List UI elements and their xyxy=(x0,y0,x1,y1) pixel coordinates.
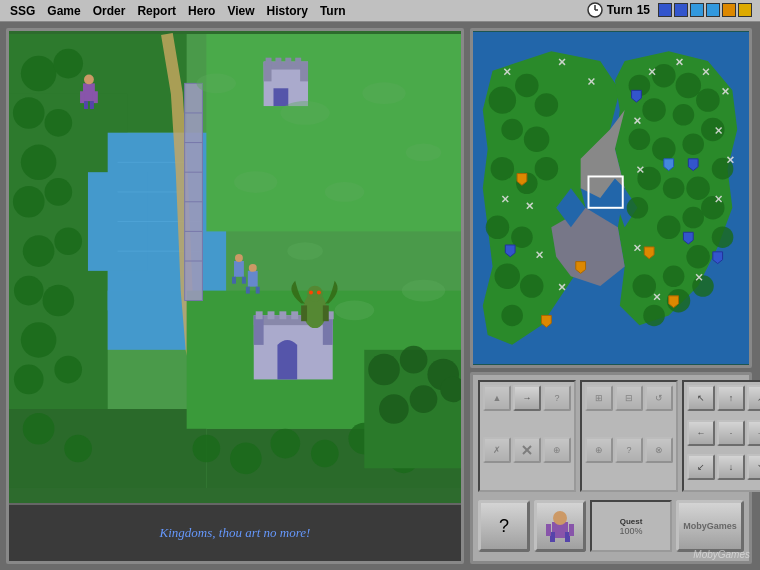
svg-rect-91 xyxy=(256,287,260,294)
dir-e[interactable]: → xyxy=(747,420,760,446)
svg-point-111 xyxy=(501,119,523,141)
svg-point-101 xyxy=(406,144,442,162)
action-buttons-group: ▲ → ? ✗ ⊕ xyxy=(478,380,576,492)
direction-pad: ↖ ↑ ↗ ← · → ↙ ↓ ↘ xyxy=(682,380,760,492)
svg-rect-82 xyxy=(84,101,88,109)
mini-map[interactable] xyxy=(470,28,752,368)
svg-rect-57 xyxy=(295,58,301,66)
svg-point-26 xyxy=(23,235,55,267)
svg-point-94 xyxy=(309,291,313,295)
svg-point-129 xyxy=(682,133,704,155)
svg-point-103 xyxy=(234,171,277,193)
turn-label: Turn xyxy=(607,3,633,17)
svg-point-47 xyxy=(410,385,438,413)
svg-point-37 xyxy=(271,429,301,459)
svg-rect-66 xyxy=(291,311,298,319)
dir-sw[interactable]: ↙ xyxy=(687,454,715,480)
svg-point-30 xyxy=(21,322,57,358)
svg-rect-17 xyxy=(206,34,461,231)
svg-rect-83 xyxy=(90,101,94,109)
move-btn-4[interactable]: ⊕ xyxy=(585,437,613,463)
move-group: ⊞ ⊟ ↺ ⊕ ? ⊗ xyxy=(580,380,678,492)
move-btn-6[interactable]: ⊗ xyxy=(645,437,673,463)
menu-turn[interactable]: Turn xyxy=(314,2,352,20)
game-map-svg xyxy=(9,31,461,491)
faction-icon-6 xyxy=(738,3,752,17)
svg-point-27 xyxy=(54,227,82,255)
hero-button[interactable] xyxy=(534,500,586,552)
turn-number: 15 xyxy=(637,3,650,17)
svg-point-28 xyxy=(14,276,44,306)
menu-order[interactable]: Order xyxy=(87,2,132,20)
svg-rect-53 xyxy=(273,88,288,106)
svg-point-137 xyxy=(682,207,704,229)
svg-point-102 xyxy=(325,182,364,202)
svg-point-20 xyxy=(53,49,83,79)
svg-point-139 xyxy=(712,226,734,248)
turn-info: Turn 15 xyxy=(587,2,752,18)
svg-rect-96 xyxy=(301,305,307,321)
svg-point-138 xyxy=(701,196,724,219)
move-btn-3[interactable]: ↺ xyxy=(645,385,673,411)
move-btn-5[interactable]: ? xyxy=(615,437,643,463)
action-btn-6[interactable]: ⊕ xyxy=(543,437,571,463)
svg-rect-56 xyxy=(285,58,291,66)
dir-center[interactable]: · xyxy=(717,420,745,446)
dir-nw[interactable]: ↖ xyxy=(687,385,715,411)
svg-point-140 xyxy=(686,245,709,268)
svg-point-188 xyxy=(553,511,567,525)
svg-point-128 xyxy=(652,137,675,160)
svg-rect-70 xyxy=(185,83,203,300)
svg-point-125 xyxy=(673,104,695,126)
menu-ssg[interactable]: SSG xyxy=(4,2,41,20)
menu-history[interactable]: History xyxy=(261,2,314,20)
svg-rect-60 xyxy=(254,315,264,345)
move-btn-1[interactable]: ⊞ xyxy=(585,385,613,411)
game-status-bar: Kingdoms, thou art no more! xyxy=(9,503,461,561)
quest-info: Quest 100% xyxy=(590,500,672,552)
svg-rect-54 xyxy=(266,58,272,66)
quest-value: 100% xyxy=(619,526,642,536)
game-canvas xyxy=(9,31,461,491)
svg-point-143 xyxy=(643,305,665,327)
svg-point-19 xyxy=(21,56,57,92)
svg-rect-62 xyxy=(277,345,297,380)
svg-point-145 xyxy=(692,275,714,297)
action-btn-2[interactable]: → xyxy=(513,385,541,411)
game-view[interactable]: Kingdoms, thou art no more! xyxy=(6,28,464,564)
svg-point-132 xyxy=(686,176,709,199)
svg-rect-192 xyxy=(569,524,574,536)
svg-point-141 xyxy=(663,266,685,288)
faction-icon-4 xyxy=(706,3,720,17)
moby-button[interactable]: MobyGames xyxy=(676,500,744,552)
help-button[interactable]: ? xyxy=(478,500,530,552)
dir-ne[interactable]: ↗ xyxy=(747,385,760,411)
action-btn-3[interactable]: ? xyxy=(543,385,571,411)
svg-point-44 xyxy=(400,346,428,374)
svg-point-89 xyxy=(249,264,257,272)
svg-point-136 xyxy=(657,216,680,239)
action-btn-5[interactable] xyxy=(513,437,541,463)
menu-game[interactable]: Game xyxy=(41,2,86,20)
faction-icons xyxy=(658,3,752,17)
svg-point-109 xyxy=(515,74,538,97)
dir-n[interactable]: ↑ xyxy=(717,385,745,411)
svg-point-85 xyxy=(235,254,243,262)
svg-point-32 xyxy=(54,356,82,384)
menu-view[interactable]: View xyxy=(221,2,260,20)
menu-hero[interactable]: Hero xyxy=(182,2,221,20)
svg-point-110 xyxy=(535,93,558,116)
svg-rect-84 xyxy=(234,261,244,277)
action-btn-1[interactable]: ▲ xyxy=(483,385,511,411)
move-btn-2[interactable]: ⊟ xyxy=(615,385,643,411)
dir-s[interactable]: ↓ xyxy=(717,454,745,480)
action-btn-4[interactable]: ✗ xyxy=(483,437,511,463)
svg-point-142 xyxy=(633,274,656,297)
svg-point-21 xyxy=(13,97,45,129)
dir-se[interactable]: ↘ xyxy=(747,454,760,480)
faction-icon-5 xyxy=(722,3,736,17)
svg-rect-88 xyxy=(248,271,258,287)
dir-w[interactable]: ← xyxy=(687,420,715,446)
svg-point-126 xyxy=(642,98,665,121)
menu-report[interactable]: Report xyxy=(131,2,182,20)
